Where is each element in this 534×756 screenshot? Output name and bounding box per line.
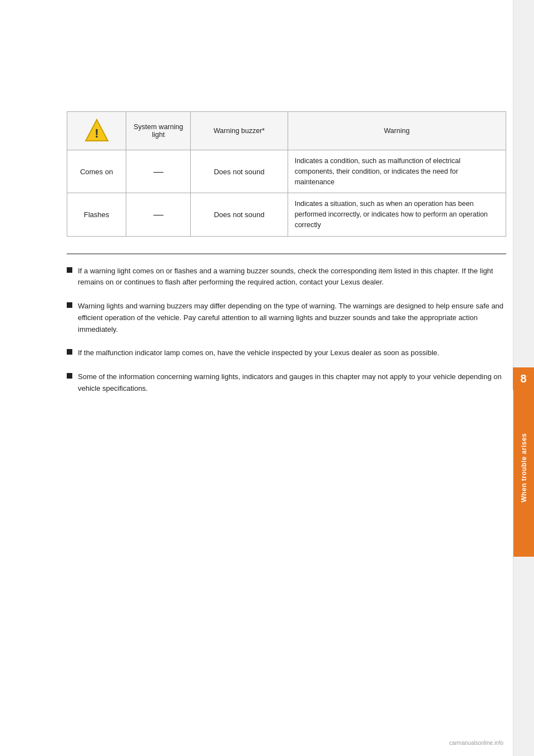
chapter-title-vertical: When trouble arises <box>520 433 528 502</box>
warning-icon: ! <box>83 117 110 144</box>
section-2: Warning lights and warning buzzers may d… <box>67 301 506 335</box>
main-content: ! System warning light Warning buzzer* W… <box>67 0 506 395</box>
table-row: Comes on — Does not sound Indicates a co… <box>67 150 506 193</box>
chapter-tab: When trouble arises <box>513 379 535 557</box>
table-header-buzzer: Warning buzzer* <box>191 112 288 150</box>
section-4: Some of the information concerning warni… <box>67 371 506 395</box>
section-3: If the malfunction indicator lamp comes … <box>67 347 506 359</box>
section-2-text: Warning lights and warning buzzers may d… <box>78 301 506 335</box>
warning-table: ! System warning light Warning buzzer* W… <box>67 111 506 237</box>
row1-warning-text: Indicates a condition, such as malfuncti… <box>288 150 506 193</box>
table-header-warning: Warning <box>288 112 506 150</box>
row2-buzzer-label: Does not sound <box>191 193 288 236</box>
svg-text:!: ! <box>95 126 98 140</box>
row2-warning-text: Indicates a situation, such as when an o… <box>288 193 506 236</box>
footer-watermark: carmanualsonline.info <box>449 740 503 746</box>
section-1: If a warning light comes on or flashes a… <box>67 266 506 289</box>
bullet-icon <box>67 373 72 379</box>
bullet-icon <box>67 267 72 273</box>
section-divider <box>67 253 506 254</box>
chapter-number: 8 <box>513 367 534 390</box>
row2-buzzer-symbol: — <box>126 193 191 236</box>
bullet-icon <box>67 302 72 308</box>
table-header-system-warning: System warning light <box>126 112 191 150</box>
section-3-text: If the malfunction indicator lamp comes … <box>78 347 439 359</box>
table-header-icon: ! <box>67 112 126 150</box>
bullet-icon <box>67 349 72 355</box>
row2-state: Flashes <box>67 193 126 236</box>
section-1-text: If a warning light comes on or flashes a… <box>78 266 506 289</box>
row1-buzzer-symbol: — <box>126 150 191 193</box>
row1-buzzer-label: Does not sound <box>191 150 288 193</box>
table-row: Flashes — Does not sound Indicates a sit… <box>67 193 506 236</box>
section-4-text: Some of the information concerning warni… <box>78 371 506 395</box>
row1-state: Comes on <box>67 150 126 193</box>
